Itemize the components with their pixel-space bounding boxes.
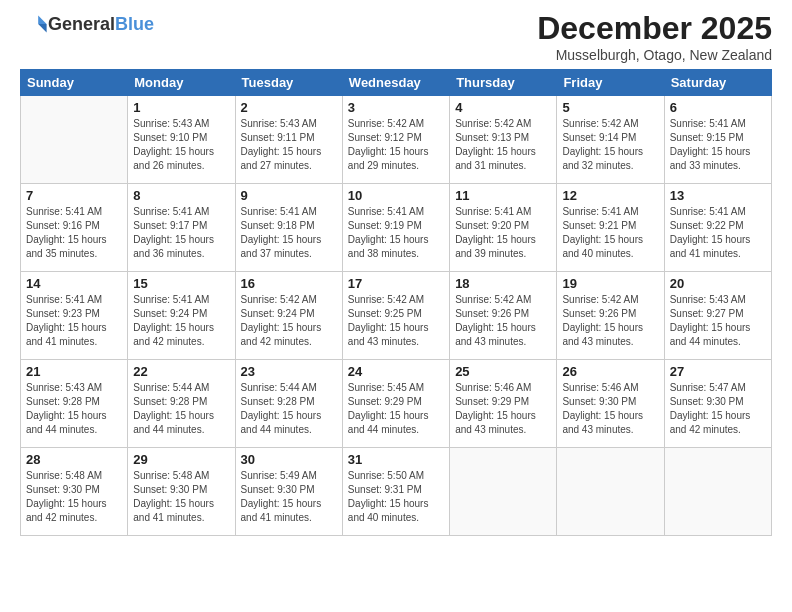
cell-info: Sunrise: 5:43 AM Sunset: 9:27 PM Dayligh… — [670, 293, 766, 349]
calendar-cell: 17Sunrise: 5:42 AM Sunset: 9:25 PM Dayli… — [342, 272, 449, 360]
date-number: 14 — [26, 276, 122, 291]
cell-info: Sunrise: 5:49 AM Sunset: 9:30 PM Dayligh… — [241, 469, 337, 525]
calendar-body: 1Sunrise: 5:43 AM Sunset: 9:10 PM Daylig… — [21, 96, 772, 536]
cell-info: Sunrise: 5:43 AM Sunset: 9:10 PM Dayligh… — [133, 117, 229, 173]
date-number: 2 — [241, 100, 337, 115]
calendar-cell — [21, 96, 128, 184]
cell-info: Sunrise: 5:41 AM Sunset: 9:18 PM Dayligh… — [241, 205, 337, 261]
calendar-cell: 2Sunrise: 5:43 AM Sunset: 9:11 PM Daylig… — [235, 96, 342, 184]
cell-info: Sunrise: 5:47 AM Sunset: 9:30 PM Dayligh… — [670, 381, 766, 437]
date-number: 12 — [562, 188, 658, 203]
date-number: 29 — [133, 452, 229, 467]
cell-info: Sunrise: 5:42 AM Sunset: 9:25 PM Dayligh… — [348, 293, 444, 349]
date-number: 9 — [241, 188, 337, 203]
calendar-week-3: 14Sunrise: 5:41 AM Sunset: 9:23 PM Dayli… — [21, 272, 772, 360]
date-number: 3 — [348, 100, 444, 115]
day-header-thursday: Thursday — [450, 70, 557, 96]
date-number: 8 — [133, 188, 229, 203]
calendar-cell — [664, 448, 771, 536]
calendar-cell: 14Sunrise: 5:41 AM Sunset: 9:23 PM Dayli… — [21, 272, 128, 360]
date-number: 4 — [455, 100, 551, 115]
calendar-cell: 4Sunrise: 5:42 AM Sunset: 9:13 PM Daylig… — [450, 96, 557, 184]
date-number: 18 — [455, 276, 551, 291]
logo-general-text: General — [48, 14, 115, 35]
cell-info: Sunrise: 5:41 AM Sunset: 9:17 PM Dayligh… — [133, 205, 229, 261]
calendar-cell: 29Sunrise: 5:48 AM Sunset: 9:30 PM Dayli… — [128, 448, 235, 536]
calendar-cell: 20Sunrise: 5:43 AM Sunset: 9:27 PM Dayli… — [664, 272, 771, 360]
cell-info: Sunrise: 5:42 AM Sunset: 9:13 PM Dayligh… — [455, 117, 551, 173]
cell-info: Sunrise: 5:48 AM Sunset: 9:30 PM Dayligh… — [133, 469, 229, 525]
calendar-week-2: 7Sunrise: 5:41 AM Sunset: 9:16 PM Daylig… — [21, 184, 772, 272]
calendar-cell: 7Sunrise: 5:41 AM Sunset: 9:16 PM Daylig… — [21, 184, 128, 272]
day-header-tuesday: Tuesday — [235, 70, 342, 96]
day-header-monday: Monday — [128, 70, 235, 96]
svg-marker-0 — [38, 16, 46, 24]
calendar-cell: 13Sunrise: 5:41 AM Sunset: 9:22 PM Dayli… — [664, 184, 771, 272]
date-number: 11 — [455, 188, 551, 203]
logo: General Blue — [20, 10, 154, 38]
calendar-cell: 12Sunrise: 5:41 AM Sunset: 9:21 PM Dayli… — [557, 184, 664, 272]
date-number: 27 — [670, 364, 766, 379]
date-number: 19 — [562, 276, 658, 291]
calendar-week-5: 28Sunrise: 5:48 AM Sunset: 9:30 PM Dayli… — [21, 448, 772, 536]
date-number: 26 — [562, 364, 658, 379]
date-number: 31 — [348, 452, 444, 467]
calendar-header-row: SundayMondayTuesdayWednesdayThursdayFrid… — [21, 70, 772, 96]
day-header-sunday: Sunday — [21, 70, 128, 96]
cell-info: Sunrise: 5:50 AM Sunset: 9:31 PM Dayligh… — [348, 469, 444, 525]
calendar-cell: 28Sunrise: 5:48 AM Sunset: 9:30 PM Dayli… — [21, 448, 128, 536]
calendar-cell: 27Sunrise: 5:47 AM Sunset: 9:30 PM Dayli… — [664, 360, 771, 448]
calendar-cell — [450, 448, 557, 536]
date-number: 10 — [348, 188, 444, 203]
calendar-cell: 24Sunrise: 5:45 AM Sunset: 9:29 PM Dayli… — [342, 360, 449, 448]
logo-blue-text: Blue — [115, 14, 154, 35]
cell-info: Sunrise: 5:48 AM Sunset: 9:30 PM Dayligh… — [26, 469, 122, 525]
day-header-wednesday: Wednesday — [342, 70, 449, 96]
date-number: 22 — [133, 364, 229, 379]
cell-info: Sunrise: 5:41 AM Sunset: 9:16 PM Dayligh… — [26, 205, 122, 261]
calendar-cell: 26Sunrise: 5:46 AM Sunset: 9:30 PM Dayli… — [557, 360, 664, 448]
date-number: 21 — [26, 364, 122, 379]
calendar-week-1: 1Sunrise: 5:43 AM Sunset: 9:10 PM Daylig… — [21, 96, 772, 184]
date-number: 30 — [241, 452, 337, 467]
date-number: 5 — [562, 100, 658, 115]
calendar-table: SundayMondayTuesdayWednesdayThursdayFrid… — [20, 69, 772, 536]
date-number: 7 — [26, 188, 122, 203]
cell-info: Sunrise: 5:42 AM Sunset: 9:24 PM Dayligh… — [241, 293, 337, 349]
date-number: 23 — [241, 364, 337, 379]
calendar-cell: 22Sunrise: 5:44 AM Sunset: 9:28 PM Dayli… — [128, 360, 235, 448]
calendar-cell: 8Sunrise: 5:41 AM Sunset: 9:17 PM Daylig… — [128, 184, 235, 272]
cell-info: Sunrise: 5:46 AM Sunset: 9:29 PM Dayligh… — [455, 381, 551, 437]
cell-info: Sunrise: 5:44 AM Sunset: 9:28 PM Dayligh… — [133, 381, 229, 437]
date-number: 16 — [241, 276, 337, 291]
cell-info: Sunrise: 5:42 AM Sunset: 9:12 PM Dayligh… — [348, 117, 444, 173]
page-subtitle: Musselburgh, Otago, New Zealand — [537, 47, 772, 63]
cell-info: Sunrise: 5:46 AM Sunset: 9:30 PM Dayligh… — [562, 381, 658, 437]
calendar-cell: 21Sunrise: 5:43 AM Sunset: 9:28 PM Dayli… — [21, 360, 128, 448]
cell-info: Sunrise: 5:43 AM Sunset: 9:11 PM Dayligh… — [241, 117, 337, 173]
cell-info: Sunrise: 5:41 AM Sunset: 9:19 PM Dayligh… — [348, 205, 444, 261]
date-number: 24 — [348, 364, 444, 379]
date-number: 6 — [670, 100, 766, 115]
cell-info: Sunrise: 5:44 AM Sunset: 9:28 PM Dayligh… — [241, 381, 337, 437]
calendar-cell — [557, 448, 664, 536]
calendar-week-4: 21Sunrise: 5:43 AM Sunset: 9:28 PM Dayli… — [21, 360, 772, 448]
calendar-cell: 11Sunrise: 5:41 AM Sunset: 9:20 PM Dayli… — [450, 184, 557, 272]
calendar-cell: 25Sunrise: 5:46 AM Sunset: 9:29 PM Dayli… — [450, 360, 557, 448]
calendar-cell: 15Sunrise: 5:41 AM Sunset: 9:24 PM Dayli… — [128, 272, 235, 360]
calendar-cell: 9Sunrise: 5:41 AM Sunset: 9:18 PM Daylig… — [235, 184, 342, 272]
calendar-cell: 5Sunrise: 5:42 AM Sunset: 9:14 PM Daylig… — [557, 96, 664, 184]
cell-info: Sunrise: 5:41 AM Sunset: 9:15 PM Dayligh… — [670, 117, 766, 173]
cell-info: Sunrise: 5:41 AM Sunset: 9:20 PM Dayligh… — [455, 205, 551, 261]
calendar-cell: 16Sunrise: 5:42 AM Sunset: 9:24 PM Dayli… — [235, 272, 342, 360]
date-number: 15 — [133, 276, 229, 291]
cell-info: Sunrise: 5:45 AM Sunset: 9:29 PM Dayligh… — [348, 381, 444, 437]
day-header-friday: Friday — [557, 70, 664, 96]
cell-info: Sunrise: 5:41 AM Sunset: 9:22 PM Dayligh… — [670, 205, 766, 261]
date-number: 25 — [455, 364, 551, 379]
cell-info: Sunrise: 5:42 AM Sunset: 9:26 PM Dayligh… — [562, 293, 658, 349]
date-number: 17 — [348, 276, 444, 291]
logo-icon — [20, 10, 48, 38]
page-header: General Blue December 2025 Musselburgh, … — [20, 10, 772, 63]
date-number: 20 — [670, 276, 766, 291]
